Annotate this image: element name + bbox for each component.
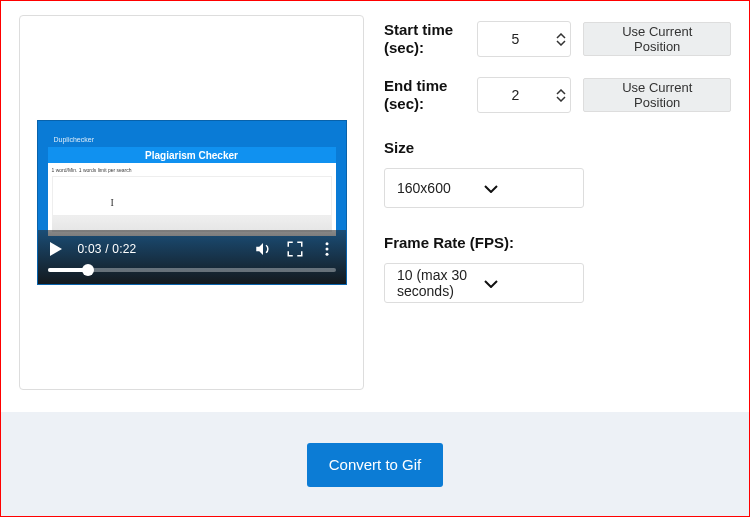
chevron-down-icon[interactable] [556,96,566,102]
size-select[interactable]: 160x600 [384,168,584,208]
main-content: Duplichecker Plagiarism Checker 1 word/M… [1,1,749,390]
svg-point-3 [325,253,328,256]
chevron-up-icon[interactable] [556,33,566,39]
text-cursor-icon: I [111,197,114,208]
chevron-down-icon [484,180,571,196]
app-container: Duplichecker Plagiarism Checker 1 word/M… [0,0,750,517]
video-content-textarea: I [52,176,332,216]
progress-thumb[interactable] [82,264,94,276]
video-time-display: 0:03 / 0:22 [78,242,137,256]
chevron-down-icon [484,275,571,291]
video-frame: Duplichecker Plagiarism Checker 1 word/M… [48,131,336,236]
play-icon[interactable] [48,241,64,257]
more-icon[interactable] [318,240,336,258]
video-controls-bar: 0:03 / 0:22 [38,230,346,284]
frame-rate-select[interactable]: 10 (max 30 seconds) [384,263,584,303]
start-time-input[interactable]: 5 [477,21,571,57]
frame-rate-label: Frame Rate (FPS): [384,234,731,251]
volume-icon[interactable] [254,240,272,258]
video-content-subtext: 1 word/Min. 1 words limit per search [52,167,332,173]
use-current-end-button[interactable]: Use Current Position [583,78,731,112]
video-player[interactable]: Duplichecker Plagiarism Checker 1 word/M… [37,120,347,285]
settings-panel: Start time (sec): 5 Use Current Position… [384,15,731,390]
use-current-start-button[interactable]: Use Current Position [583,22,731,56]
frame-rate-value: 10 (max 30 seconds) [397,267,484,299]
action-bar: Convert to Gif [1,412,749,516]
start-time-value: 5 [478,31,552,47]
end-time-label: End time (sec): [384,77,465,113]
svg-marker-0 [50,242,62,256]
video-progress-bar[interactable] [48,268,336,272]
convert-button[interactable]: Convert to Gif [307,443,444,487]
video-content-body: 1 word/Min. 1 words limit per search I [48,163,336,236]
end-time-input[interactable]: 2 [477,77,571,113]
video-content-header: Plagiarism Checker [48,147,336,163]
fullscreen-icon[interactable] [286,240,304,258]
video-preview-panel: Duplichecker Plagiarism Checker 1 word/M… [19,15,364,390]
svg-point-2 [325,248,328,251]
video-content-logo: Duplichecker [54,136,94,143]
size-value: 160x600 [397,180,484,196]
size-label: Size [384,139,731,156]
svg-point-1 [325,242,328,245]
start-time-label: Start time (sec): [384,21,465,57]
chevron-up-icon[interactable] [556,89,566,95]
chevron-down-icon[interactable] [556,40,566,46]
end-time-value: 2 [478,87,552,103]
